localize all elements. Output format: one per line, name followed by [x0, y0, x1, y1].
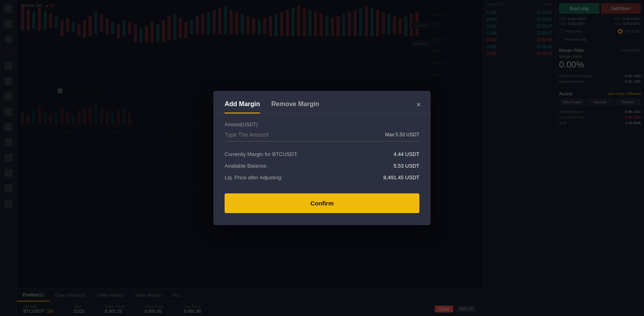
currently-margin-row: Currently Margin for BTCUSDT: 4.44 USDT	[225, 151, 419, 157]
tab-add-margin[interactable]: Add Margin	[225, 101, 260, 113]
add-margin-modal: Add Margin Remove Margin × Amount(USDT) …	[213, 91, 431, 225]
info-rows: Currently Margin for BTCUSDT: 4.44 USDT …	[225, 151, 419, 181]
confirm-button[interactable]: Confirm	[225, 193, 419, 213]
amount-label: Amount(USDT)	[225, 122, 419, 127]
max-amount-label: Max:5.53 USDT	[385, 132, 419, 137]
modal-body: Amount(USDT) Max:5.53 USDT Currently Mar…	[213, 122, 431, 181]
modal-close-button[interactable]: ×	[416, 101, 421, 109]
tab-remove-margin[interactable]: Remove Margin	[271, 101, 319, 113]
modal-header: Add Margin Remove Margin ×	[213, 91, 431, 113]
modal-header-divider	[213, 113, 431, 114]
liq-price-row: Liq. Price after Adjusting: 8,491.45 USD…	[225, 174, 419, 181]
amount-input-row: Max:5.53 USDT	[225, 131, 419, 142]
modal-overlay[interactable]: Add Margin Remove Margin × Amount(USDT) …	[0, 0, 644, 316]
amount-input[interactable]	[225, 131, 385, 138]
available-balance-row: Available Balance: 5.53 USDT	[225, 163, 419, 169]
